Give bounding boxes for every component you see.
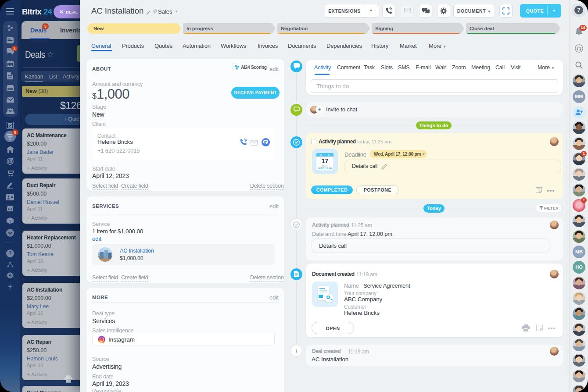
svg-text:?: ? <box>8 250 11 257</box>
